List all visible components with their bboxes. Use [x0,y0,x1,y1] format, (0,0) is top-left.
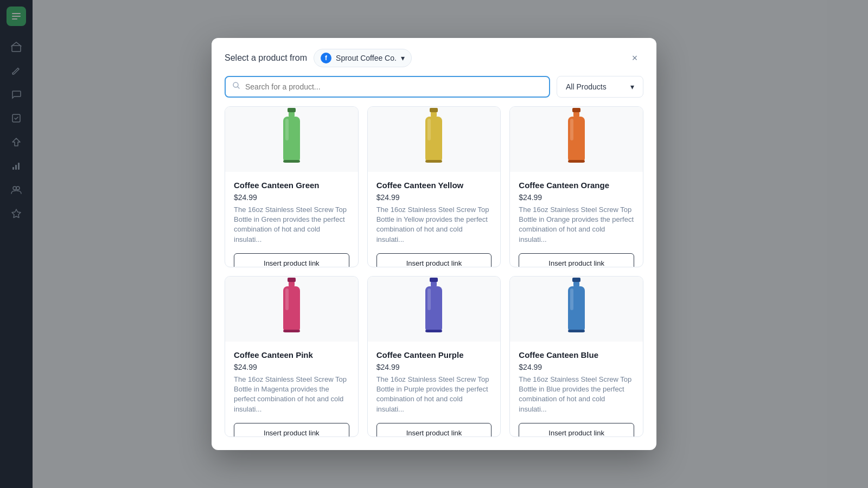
svg-rect-21 [570,119,573,140]
product-name-purple: Coffee Canteen Purple [376,350,492,359]
svg-rect-19 [573,112,579,117]
insert-product-link-button-orange[interactable]: Insert product link [519,253,634,267]
product-desc-purple: The 16oz Stainless Steel Screw Top Bottl… [376,375,492,414]
product-info-orange: Coffee Canteen Orange $24.99 The 16oz St… [510,172,643,253]
close-button[interactable]: × [626,49,643,67]
svg-rect-8 [288,108,296,112]
product-image-yellow [368,107,501,172]
bottle-icon [419,107,449,172]
insert-product-link-button-yellow[interactable]: Insert product link [376,253,492,267]
product-info-green: Coffee Canteen Green $24.99 The 16oz Sta… [225,172,358,253]
product-name-orange: Coffee Canteen Orange [519,181,634,190]
search-input-wrapper[interactable] [225,76,550,98]
product-price-yellow: $24.99 [376,193,492,202]
svg-rect-22 [568,160,585,163]
svg-rect-28 [430,278,438,282]
product-desc-blue: The 16oz Stainless Steel Screw Top Bottl… [519,375,634,414]
products-grid: Coffee Canteen Green $24.99 The 16oz Sta… [212,106,656,450]
product-card-purple: Coffee Canteen Purple $24.99 The 16oz St… [367,276,501,437]
bottle-icon [419,277,449,342]
product-price-green: $24.99 [234,193,349,202]
search-input[interactable] [245,82,542,91]
svg-rect-33 [572,278,580,282]
modal-overlay[interactable]: Select a product from f Sprout Coffee Co… [0,0,868,488]
product-card-orange: Coffee Canteen Orange $24.99 The 16oz St… [509,106,643,267]
product-card-green: Coffee Canteen Green $24.99 The 16oz Sta… [225,106,359,267]
product-image-purple [368,277,501,342]
product-image-blue [510,277,643,342]
filter-chevron-icon: ▾ [630,82,634,91]
product-image-orange [510,107,643,172]
product-card-blue: Coffee Canteen Blue $24.99 The 16oz Stai… [509,276,643,437]
insert-product-link-button-pink[interactable]: Insert product link [234,423,349,437]
product-desc-yellow: The 16oz Stainless Steel Screw Top Bottl… [376,205,492,245]
svg-rect-24 [289,282,295,286]
product-desc-orange: The 16oz Stainless Steel Screw Top Bottl… [519,205,634,245]
bottle-icon [277,277,307,342]
chevron-down-icon: ▾ [401,54,405,62]
source-selector[interactable]: f Sprout Coffee Co. ▾ [314,49,412,67]
product-desc-green: The 16oz Stainless Steel Screw Top Bottl… [234,205,349,245]
product-price-purple: $24.99 [376,363,492,371]
bottle-icon [277,107,307,172]
insert-product-link-button-blue[interactable]: Insert product link [519,423,634,437]
product-price-pink: $24.99 [234,363,349,371]
product-name-pink: Coffee Canteen Pink [234,350,349,359]
modal-title-row: Select a product from f Sprout Coffee Co… [225,49,412,67]
svg-rect-13 [430,108,438,112]
svg-rect-16 [427,119,431,140]
search-icon [232,81,241,92]
svg-rect-12 [283,160,300,163]
insert-product-link-button-purple[interactable]: Insert product link [376,423,492,437]
modal-header: Select a product from f Sprout Coffee Co… [212,38,656,76]
svg-rect-26 [285,288,289,310]
svg-rect-34 [573,282,579,286]
product-info-blue: Coffee Canteen Blue $24.99 The 16oz Stai… [510,342,643,423]
product-info-yellow: Coffee Canteen Yellow $24.99 The 16oz St… [368,172,501,253]
product-name-yellow: Coffee Canteen Yellow [376,181,492,190]
svg-rect-37 [568,330,585,332]
source-name: Sprout Coffee Co. [336,54,397,62]
bottle-icon [561,277,591,342]
product-card-pink: Coffee Canteen Pink $24.99 The 16oz Stai… [225,276,359,437]
svg-rect-27 [283,330,300,332]
product-info-pink: Coffee Canteen Pink $24.99 The 16oz Stai… [225,342,358,423]
product-name-blue: Coffee Canteen Blue [519,350,634,359]
svg-rect-9 [289,112,295,117]
svg-rect-11 [285,119,289,140]
insert-product-link-button-green[interactable]: Insert product link [234,253,349,267]
modal-title: Select a product from [225,53,307,63]
filter-dropdown[interactable]: All Products ▾ [557,76,643,98]
product-image-green [225,107,358,172]
svg-rect-36 [570,288,573,310]
svg-rect-31 [427,288,431,310]
product-desc-pink: The 16oz Stainless Steel Screw Top Bottl… [234,375,349,414]
product-info-purple: Coffee Canteen Purple $24.99 The 16oz St… [368,342,501,423]
filter-label: All Products [566,82,607,91]
svg-rect-29 [431,282,437,286]
product-name-green: Coffee Canteen Green [234,181,349,190]
facebook-icon: f [321,53,331,63]
svg-rect-23 [288,278,296,282]
bottle-icon [561,107,591,172]
svg-rect-17 [425,160,442,163]
product-price-blue: $24.99 [519,363,634,371]
product-select-modal: Select a product from f Sprout Coffee Co… [212,38,656,450]
product-price-orange: $24.99 [519,193,634,202]
product-image-pink [225,277,358,342]
svg-rect-18 [572,108,580,112]
svg-rect-32 [425,330,442,332]
svg-rect-14 [431,112,437,117]
product-card-yellow: Coffee Canteen Yellow $24.99 The 16oz St… [367,106,501,267]
search-row: All Products ▾ [212,76,656,106]
